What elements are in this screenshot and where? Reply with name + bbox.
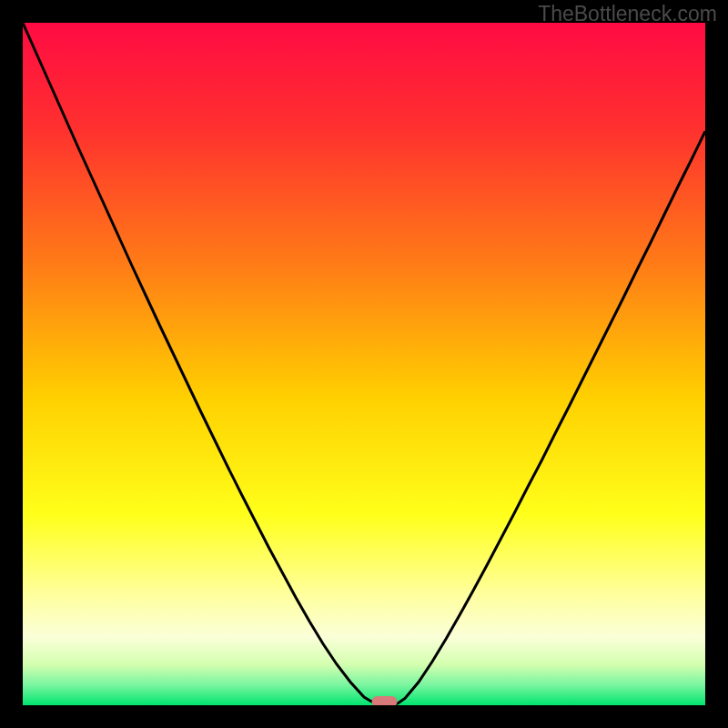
chart-svg xyxy=(23,23,705,705)
chart-plot-area xyxy=(23,23,705,705)
chart-marker xyxy=(372,696,398,705)
watermark: TheBottleneck.com xyxy=(538,2,717,26)
chart-background xyxy=(23,23,705,705)
